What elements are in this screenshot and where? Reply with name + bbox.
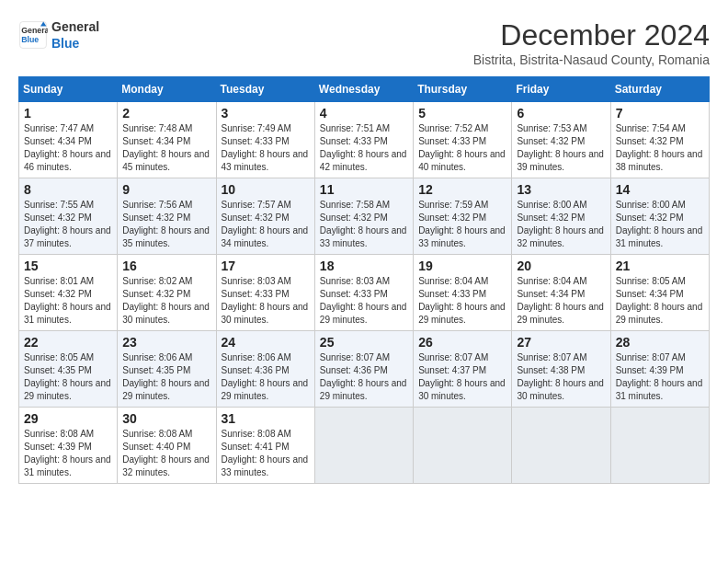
day-info-4: Sunrise: 7:51 AMSunset: 4:33 PMDaylight:…: [320, 122, 408, 174]
week-row-2: 8Sunrise: 7:55 AMSunset: 4:32 PMDaylight…: [19, 178, 710, 255]
day-number-6: 6: [517, 106, 605, 121]
logo-icon: General Blue: [18, 20, 48, 50]
day-cell-21: 21Sunrise: 8:05 AMSunset: 4:34 PMDayligh…: [610, 255, 709, 331]
weekday-header-tuesday: Tuesday: [216, 77, 314, 102]
day-info-13: Sunrise: 8:00 AMSunset: 4:32 PMDaylight:…: [517, 199, 605, 250]
day-number-4: 4: [320, 106, 408, 121]
day-cell-2: 2Sunrise: 7:48 AMSunset: 4:34 PMDaylight…: [118, 102, 216, 178]
page-header: General Blue General Blue December 2024 …: [18, 18, 710, 67]
day-cell-16: 16Sunrise: 8:02 AMSunset: 4:32 PMDayligh…: [118, 255, 216, 331]
day-info-23: Sunrise: 8:06 AMSunset: 4:35 PMDaylight:…: [122, 351, 210, 403]
day-cell-6: 6Sunrise: 7:53 AMSunset: 4:32 PMDaylight…: [512, 102, 610, 178]
svg-text:Blue: Blue: [21, 35, 39, 44]
day-number-18: 18: [320, 259, 408, 273]
logo: General Blue General Blue: [18, 18, 99, 52]
day-info-5: Sunrise: 7:52 AMSunset: 4:33 PMDaylight:…: [418, 122, 506, 174]
day-cell-20: 20Sunrise: 8:04 AMSunset: 4:34 PMDayligh…: [512, 255, 610, 331]
day-cell-27: 27Sunrise: 8:07 AMSunset: 4:38 PMDayligh…: [512, 331, 610, 408]
weekday-header-thursday: Thursday: [414, 77, 512, 102]
day-info-31: Sunrise: 8:08 AMSunset: 4:41 PMDaylight:…: [222, 428, 310, 479]
day-info-10: Sunrise: 7:57 AMSunset: 4:32 PMDaylight:…: [222, 199, 310, 250]
week-row-4: 22Sunrise: 8:05 AMSunset: 4:35 PMDayligh…: [19, 331, 710, 408]
empty-cell-4-5: [512, 408, 610, 484]
day-info-2: Sunrise: 7:48 AMSunset: 4:34 PMDaylight:…: [122, 122, 210, 174]
day-cell-17: 17Sunrise: 8:03 AMSunset: 4:33 PMDayligh…: [216, 255, 314, 331]
day-number-8: 8: [24, 182, 112, 197]
day-number-19: 19: [418, 259, 506, 273]
day-number-30: 30: [122, 411, 210, 426]
day-number-29: 29: [24, 411, 112, 426]
day-cell-24: 24Sunrise: 8:06 AMSunset: 4:36 PMDayligh…: [216, 331, 314, 408]
empty-cell-4-3: [314, 408, 413, 484]
calendar-table: SundayMondayTuesdayWednesdayThursdayFrid…: [18, 76, 710, 484]
day-number-10: 10: [222, 182, 310, 197]
day-cell-18: 18Sunrise: 8:03 AMSunset: 4:33 PMDayligh…: [314, 255, 413, 331]
day-info-29: Sunrise: 8:08 AMSunset: 4:39 PMDaylight:…: [24, 428, 112, 479]
day-cell-30: 30Sunrise: 8:08 AMSunset: 4:40 PMDayligh…: [118, 408, 216, 484]
day-cell-5: 5Sunrise: 7:52 AMSunset: 4:33 PMDaylight…: [414, 102, 512, 178]
day-number-16: 16: [122, 259, 210, 273]
day-cell-8: 8Sunrise: 7:55 AMSunset: 4:32 PMDaylight…: [19, 178, 118, 255]
day-cell-26: 26Sunrise: 8:07 AMSunset: 4:37 PMDayligh…: [414, 331, 512, 408]
day-info-28: Sunrise: 8:07 AMSunset: 4:39 PMDaylight:…: [616, 351, 704, 403]
day-cell-23: 23Sunrise: 8:06 AMSunset: 4:35 PMDayligh…: [118, 331, 216, 408]
day-info-9: Sunrise: 7:56 AMSunset: 4:32 PMDaylight:…: [122, 199, 210, 250]
weekday-header-sunday: Sunday: [19, 77, 118, 102]
day-cell-4: 4Sunrise: 7:51 AMSunset: 4:33 PMDaylight…: [314, 102, 413, 178]
day-number-13: 13: [517, 182, 605, 197]
day-cell-15: 15Sunrise: 8:01 AMSunset: 4:32 PMDayligh…: [19, 255, 118, 331]
day-info-22: Sunrise: 8:05 AMSunset: 4:35 PMDaylight:…: [24, 351, 112, 403]
week-row-1: 1Sunrise: 7:47 AMSunset: 4:34 PMDaylight…: [19, 102, 710, 178]
day-cell-10: 10Sunrise: 7:57 AMSunset: 4:32 PMDayligh…: [216, 178, 314, 255]
day-number-25: 25: [320, 335, 408, 350]
day-info-11: Sunrise: 7:58 AMSunset: 4:32 PMDaylight:…: [320, 199, 408, 250]
day-number-17: 17: [222, 259, 310, 273]
day-number-31: 31: [222, 411, 310, 426]
day-cell-31: 31Sunrise: 8:08 AMSunset: 4:41 PMDayligh…: [216, 408, 314, 484]
day-cell-3: 3Sunrise: 7:49 AMSunset: 4:33 PMDaylight…: [216, 102, 314, 178]
day-cell-9: 9Sunrise: 7:56 AMSunset: 4:32 PMDaylight…: [118, 178, 216, 255]
day-cell-1: 1Sunrise: 7:47 AMSunset: 4:34 PMDaylight…: [19, 102, 118, 178]
day-info-25: Sunrise: 8:07 AMSunset: 4:36 PMDaylight:…: [320, 351, 408, 403]
day-number-2: 2: [122, 106, 210, 121]
location-subtitle: Bistrita, Bistrita-Nasaud County, Romani…: [473, 52, 710, 67]
day-number-27: 27: [517, 335, 605, 350]
day-cell-25: 25Sunrise: 8:07 AMSunset: 4:36 PMDayligh…: [314, 331, 413, 408]
day-number-12: 12: [418, 182, 506, 197]
weekday-header-wednesday: Wednesday: [314, 77, 413, 102]
svg-text:General: General: [21, 27, 48, 36]
day-info-18: Sunrise: 8:03 AMSunset: 4:33 PMDaylight:…: [320, 275, 408, 327]
day-number-1: 1: [24, 106, 112, 121]
day-number-28: 28: [616, 335, 704, 350]
day-number-3: 3: [222, 106, 310, 121]
day-number-15: 15: [24, 259, 112, 273]
empty-cell-4-4: [414, 408, 512, 484]
day-info-12: Sunrise: 7:59 AMSunset: 4:32 PMDaylight:…: [418, 199, 506, 250]
week-row-3: 15Sunrise: 8:01 AMSunset: 4:32 PMDayligh…: [19, 255, 710, 331]
weekday-header-saturday: Saturday: [610, 77, 709, 102]
empty-cell-4-6: [610, 408, 709, 484]
day-cell-14: 14Sunrise: 8:00 AMSunset: 4:32 PMDayligh…: [610, 178, 709, 255]
day-number-14: 14: [616, 182, 704, 197]
day-info-15: Sunrise: 8:01 AMSunset: 4:32 PMDaylight:…: [24, 275, 112, 327]
day-info-19: Sunrise: 8:04 AMSunset: 4:33 PMDaylight:…: [418, 275, 506, 327]
day-info-30: Sunrise: 8:08 AMSunset: 4:40 PMDaylight:…: [122, 428, 210, 479]
day-info-27: Sunrise: 8:07 AMSunset: 4:38 PMDaylight:…: [517, 351, 605, 403]
week-row-5: 29Sunrise: 8:08 AMSunset: 4:39 PMDayligh…: [19, 408, 710, 484]
logo-text: General Blue: [51, 18, 99, 52]
day-number-20: 20: [517, 259, 605, 273]
day-number-23: 23: [122, 335, 210, 350]
day-cell-19: 19Sunrise: 8:04 AMSunset: 4:33 PMDayligh…: [414, 255, 512, 331]
day-info-21: Sunrise: 8:05 AMSunset: 4:34 PMDaylight:…: [616, 275, 704, 327]
day-info-24: Sunrise: 8:06 AMSunset: 4:36 PMDaylight:…: [222, 351, 310, 403]
day-number-9: 9: [122, 182, 210, 197]
day-cell-12: 12Sunrise: 7:59 AMSunset: 4:32 PMDayligh…: [414, 178, 512, 255]
day-cell-7: 7Sunrise: 7:54 AMSunset: 4:32 PMDaylight…: [610, 102, 709, 178]
weekday-header-friday: Friday: [512, 77, 610, 102]
day-cell-13: 13Sunrise: 8:00 AMSunset: 4:32 PMDayligh…: [512, 178, 610, 255]
day-info-17: Sunrise: 8:03 AMSunset: 4:33 PMDaylight:…: [222, 275, 310, 327]
weekday-header-row: SundayMondayTuesdayWednesdayThursdayFrid…: [19, 77, 710, 102]
day-number-26: 26: [418, 335, 506, 350]
day-cell-22: 22Sunrise: 8:05 AMSunset: 4:35 PMDayligh…: [19, 331, 118, 408]
day-info-8: Sunrise: 7:55 AMSunset: 4:32 PMDaylight:…: [24, 199, 112, 250]
